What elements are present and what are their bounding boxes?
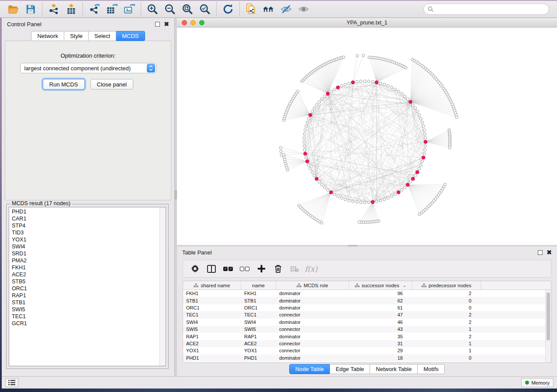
zoom-out-icon[interactable]: [161, 2, 179, 17]
column-header-shared-name[interactable]: shared name: [183, 281, 241, 289]
list-item[interactable]: CAR1: [9, 215, 159, 222]
column-header-successor-nodes[interactable]: successor nodes⌄: [349, 281, 412, 289]
column-header-mcds-role[interactable]: MCDS role: [276, 281, 349, 289]
table-row[interactable]: RAP1RAP1dominator352: [183, 333, 545, 340]
save-icon[interactable]: [22, 2, 39, 17]
list-item[interactable]: ORC1: [9, 285, 159, 292]
export-network-icon[interactable]: [86, 2, 103, 17]
task-history-icon[interactable]: [5, 378, 18, 387]
criterion-dropdown[interactable]: largest connected component (undirected): [20, 63, 156, 73]
tab-select[interactable]: Select: [89, 31, 116, 41]
toolbar-separator: [216, 2, 217, 16]
toolbar-separator: [83, 2, 83, 16]
column-header-predecessor-nodes[interactable]: predecessor nodes: [412, 281, 481, 289]
memory-button[interactable]: Memory: [521, 378, 554, 387]
column-header-filler: [481, 281, 551, 289]
status-bar: Memory: [2, 376, 557, 389]
result-list-scrollbar[interactable]: [159, 207, 166, 366]
tab-edge-table[interactable]: Edge Table: [330, 364, 370, 374]
zoom-in-icon[interactable]: [144, 2, 161, 17]
table-row[interactable]: ACE2ACE2connector311: [183, 340, 545, 347]
copy-style-icon[interactable]: [242, 2, 260, 17]
table-cell: TEC1: [241, 312, 276, 317]
tab-motifs[interactable]: Motifs: [418, 364, 445, 374]
open-folder-icon[interactable]: [4, 2, 22, 17]
zoom-fit-icon[interactable]: [179, 2, 196, 17]
list-item[interactable]: SWI5: [9, 306, 159, 313]
list-item[interactable]: RAP1: [9, 292, 159, 299]
select-all-icon[interactable]: [220, 262, 236, 276]
list-item[interactable]: FKH1: [9, 264, 159, 271]
network-window: YPA_prune.txt_1: [177, 18, 557, 245]
search-input[interactable]: [434, 6, 545, 12]
list-item[interactable]: STB1: [9, 299, 159, 306]
table-row[interactable]: ORC1ORC1dominator610: [183, 304, 545, 311]
add-column-icon[interactable]: [253, 262, 270, 276]
table-row[interactable]: YOX1YOX1connector291: [183, 347, 545, 354]
table-cell: RAP1: [183, 334, 241, 339]
table-cell: connector: [276, 348, 349, 353]
float-panel-icon[interactable]: [538, 250, 543, 255]
import-network-icon[interactable]: [45, 2, 62, 17]
import-table-icon[interactable]: [62, 2, 80, 17]
list-item[interactable]: TEC1: [9, 313, 159, 320]
table-cell: 29: [349, 348, 412, 353]
list-item[interactable]: SWI4: [9, 243, 159, 250]
show-all-icon[interactable]: [295, 2, 312, 17]
table-row[interactable]: SWI4SWI4dominator462: [183, 319, 545, 326]
list-item[interactable]: PMA2: [9, 257, 159, 264]
deselect-all-icon[interactable]: [236, 262, 253, 276]
first-neighbors-icon[interactable]: [260, 2, 277, 17]
run-mcds-button[interactable]: Run MCDS: [43, 79, 85, 89]
criterion-value: largest connected component (undirected): [21, 65, 147, 72]
list-item[interactable]: TID3: [9, 229, 159, 236]
tab-network-table[interactable]: Network Table: [370, 364, 418, 374]
table-row[interactable]: FKH1FKH1dominator962: [183, 290, 545, 297]
table-toolbar: f(x): [183, 260, 551, 278]
tab-network[interactable]: Network: [31, 31, 64, 41]
export-table-icon[interactable]: [103, 2, 121, 17]
table-row[interactable]: SWI5SWI5connector431: [183, 326, 545, 333]
memory-status-icon: [525, 381, 529, 385]
table-cell: 0: [412, 355, 481, 361]
list-item[interactable]: YOX1: [9, 236, 159, 243]
list-item[interactable]: ACE2: [9, 271, 159, 278]
table-cell: connector: [276, 341, 349, 346]
hide-selected-icon[interactable]: [277, 2, 295, 17]
close-panel-icon[interactable]: ✖: [164, 22, 169, 27]
network-window-title: YPA_prune.txt_1: [177, 20, 557, 26]
list-item[interactable]: PHD1: [9, 208, 159, 215]
list-item[interactable]: STB5: [9, 278, 159, 285]
scrollbar-thumb[interactable]: [547, 292, 550, 340]
list-item[interactable]: SRD1: [9, 250, 159, 257]
delete-column-icon[interactable]: [270, 262, 286, 276]
table-cell: TEC1: [183, 312, 241, 317]
zoom-selected-icon[interactable]: [196, 2, 214, 17]
tab-node-table[interactable]: Node Table: [289, 364, 330, 374]
table-cell: 2: [412, 320, 481, 325]
table-row[interactable]: PHD1PHD1dominator180: [183, 354, 545, 361]
list-item[interactable]: STP4: [9, 222, 159, 229]
memory-label: Memory: [531, 380, 550, 385]
table-row[interactable]: STB1STB1dominator620: [183, 297, 545, 304]
network-window-titlebar[interactable]: YPA_prune.txt_1: [177, 18, 557, 28]
table-cell: 1: [412, 348, 481, 353]
table-row[interactable]: TEC1TEC1connector472: [183, 311, 545, 318]
gear-icon[interactable]: [187, 262, 203, 276]
float-panel-icon[interactable]: [155, 22, 160, 27]
network-graph[interactable]: [177, 28, 557, 245]
search-box[interactable]: [423, 3, 549, 15]
table-cell: 0: [412, 298, 481, 303]
close-panel-button[interactable]: Close panel: [90, 79, 134, 89]
table-scrollbar[interactable]: [545, 290, 551, 362]
network-canvas[interactable]: [177, 28, 557, 245]
column-selector-icon[interactable]: [203, 262, 220, 276]
column-header-name[interactable]: name: [241, 281, 276, 289]
tab-mcds[interactable]: MCDS: [116, 31, 145, 41]
refresh-icon[interactable]: [219, 2, 237, 17]
list-item[interactable]: GCR1: [9, 320, 159, 327]
tab-style[interactable]: Style: [64, 31, 89, 41]
close-panel-icon[interactable]: ✖: [547, 250, 552, 255]
mcds-result-list[interactable]: PHD1CAR1STP4TID3YOX1SWI4SRD1PMA2FKH1ACE2…: [9, 207, 166, 366]
export-image-icon[interactable]: [121, 2, 138, 17]
